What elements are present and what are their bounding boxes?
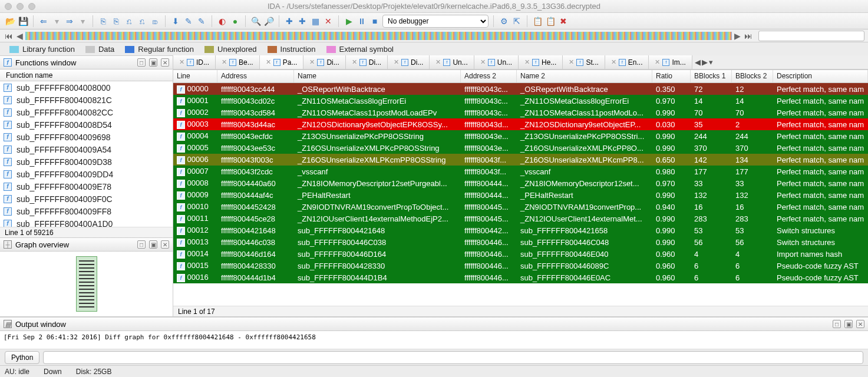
tab-close-icon[interactable]: ✕ [179,58,184,66]
grid-row[interactable]: f 00016ffffff800444d1b4sub_FFFFFF800444D… [173,272,868,283]
opt-icon-2[interactable]: ⇱ [511,16,522,27]
tab-close-icon[interactable]: ✕ [611,58,616,66]
graph-overview[interactable] [0,252,173,316]
tab-close-icon[interactable]: ✕ [569,58,574,66]
nav-last-icon[interactable]: ⏭ [743,31,754,41]
grid-row[interactable]: f 00001ffffff80043cd02c_ZN11OSMetaClass8… [173,95,868,107]
grid-row[interactable]: f 00014ffffff800446d164sub_FFFFFF800446D… [173,248,868,260]
segment-overview-icon[interactable] [25,32,732,40]
graph-dock-icon[interactable]: □ [137,240,146,249]
tab-4[interactable]: ✕fDi... [346,55,388,69]
function-list-item[interactable]: fsub_FFFFFF80040082CC [0,106,173,118]
output-command-input[interactable] [43,351,863,364]
function-list-item[interactable]: fsub_FFFFFF800400A1D0 [0,217,173,227]
grid-row[interactable]: f 00003ffffff80043d44ac_ZN12OSDictionary… [173,118,868,130]
tool-icon-5[interactable]: ⎄ [150,16,160,27]
grid-row[interactable]: f 00009ffffff800444af4c_PEHaltRestartfff… [173,189,868,201]
col-ratio[interactable]: Ratio [652,70,691,82]
tab-7[interactable]: ✕fUn... [474,55,519,69]
tab-scroll-right-icon[interactable]: ▶ [702,58,708,67]
col-line[interactable]: Line [173,70,217,82]
stop-sign-icon[interactable]: ◐ [217,16,227,27]
function-list-item[interactable]: fsub_FFFFFF8004009D38 [0,156,173,168]
grid-row[interactable]: f 00000ffffff80043cc444_OSReportWithBack… [173,83,868,95]
nav-forward-menu-icon[interactable]: ▾ [77,16,88,27]
col-bblocks-1[interactable]: BBlocks 1 [691,70,732,82]
col-name[interactable]: Name [294,70,461,82]
nav-first-icon[interactable]: ⏮ [4,31,14,41]
tool-icon-4[interactable]: ⎌ [137,16,147,27]
tab-close-icon[interactable]: ✕ [352,58,357,66]
function-list-item[interactable]: fsub_FFFFFF8004009F0C [0,193,173,205]
output-restore-icon[interactable]: ▣ [844,320,853,328]
tool-icon-2[interactable]: ⎘ [111,16,121,27]
nav-back-icon[interactable]: ⇐ [38,16,49,27]
function-list-item[interactable]: fsub_FFFFFF8004009A54 [0,143,173,156]
output-lang-button[interactable]: Python [5,351,39,364]
output-close-icon[interactable]: ✕ [856,320,864,328]
text-mark-icon[interactable]: ✎ [196,16,207,27]
nav-prev-icon[interactable]: ◀ [15,31,24,41]
pause-icon[interactable]: ⏸ [357,16,367,27]
opt-icon-5[interactable]: ✖ [558,16,569,27]
grid-row[interactable]: f 00013ffffff800446c038sub_FFFFFF800446C… [173,236,868,248]
tab-close-icon[interactable]: ✕ [266,58,271,66]
grid-row[interactable]: f 00012ffffff8004421648sub_FFFFFF8004421… [173,224,868,236]
tab-close-icon[interactable]: ✕ [480,58,486,66]
tab-8[interactable]: ✕fHe... [519,55,563,69]
tab-2[interactable]: ✕fPa... [260,55,304,69]
opt-icon-4[interactable]: 📋 [545,16,556,27]
grid-row[interactable]: f 00008ffffff8004440a60_ZN18IOMemoryDesc… [173,177,868,189]
tab-close-icon[interactable]: ✕ [309,58,315,66]
col-address[interactable]: Address [217,70,294,82]
grid-row[interactable]: f 00010ffffff8004452428_ZN9IODTNVRAM19co… [173,201,868,213]
tab-scroll-left-icon[interactable]: ◀ [695,58,701,67]
panel-dock-icon[interactable]: □ [137,58,146,67]
run-icon[interactable]: ▶ [344,16,354,27]
tab-10[interactable]: ✕fEn... [605,55,649,69]
nav-forward-icon[interactable]: ⇒ [64,16,75,27]
tab-0[interactable]: ✕fID... [173,55,216,69]
tab-9[interactable]: ✕fSt... [563,55,605,69]
col-bblocks-2[interactable]: BBlocks 2 [732,70,773,82]
delete-icon[interactable]: ✕ [323,16,334,27]
debugger-select[interactable]: No debugger [382,15,489,28]
tab-5[interactable]: ✕fDi... [388,55,430,69]
function-list-item[interactable]: fsub_FFFFFF8004009DD4 [0,168,173,180]
function-list-item[interactable]: fsub_FFFFFF8004009FF8 [0,205,173,217]
tab-close-icon[interactable]: ✕ [394,58,399,66]
nav-next-icon[interactable]: ▶ [733,31,742,41]
xref-to-icon[interactable]: ✚ [297,16,308,27]
text-note-icon[interactable]: ✎ [183,16,194,27]
tab-3[interactable]: ✕fDi... [303,55,345,69]
tool-icon-1[interactable]: ⎘ [98,16,108,27]
panel-restore-icon[interactable]: ▣ [149,58,157,67]
output-text[interactable]: [Fri Sep 2 06:41:32 2016] Diff graph for… [0,331,868,349]
nav-back-menu-icon[interactable]: ▾ [51,16,62,27]
save-icon[interactable]: 💾 [18,16,28,27]
chart-icon[interactable]: ▦ [310,16,321,27]
grid-row[interactable]: f 00005ffffff80043ee53c_Z16OSUnserialize… [173,142,868,154]
function-list-item[interactable]: fsub_FFFFFF8004009E78 [0,180,173,193]
panel-close-icon[interactable]: ✕ [161,58,169,67]
opt-icon-1[interactable]: ⚙ [499,16,509,27]
col-address-2[interactable]: Address 2 [461,70,517,82]
tab-close-icon[interactable]: ✕ [435,58,441,66]
grid-body[interactable]: f 00000ffffff80043cc444_OSReportWithBack… [173,83,868,306]
grid-row[interactable]: f 00006ffffff80043f003c_Z16OSUnserialize… [173,154,868,166]
function-list-item[interactable]: fsub_FFFFFF800400821C [0,94,173,106]
grid-row[interactable]: f 00004ffffff80043ecfdc_Z13OSUnserialize… [173,130,868,142]
open-file-icon[interactable]: 📂 [5,16,15,27]
grid-row[interactable]: f 00002ffffff80043cd584_ZN11OSMetaClass1… [173,107,868,118]
green-dot-icon[interactable]: ● [230,16,240,27]
search-text-icon[interactable]: 🔍 [250,16,261,27]
graph-restore-icon[interactable]: ▣ [149,240,157,249]
tab-6[interactable]: ✕fUn... [430,55,474,69]
grid-row[interactable]: f 00015ffffff8004428330sub_FFFFFF8004428… [173,260,868,272]
grid-row[interactable]: f 00007ffffff80043f2cdc_vsscanfffffff800… [173,166,868,177]
xref-icon[interactable]: ✚ [284,16,295,27]
arrow-down-icon[interactable]: ⬇ [170,16,181,27]
function-list-item[interactable]: fsub_FFFFFF8004009698 [0,131,173,143]
tab-close-icon[interactable]: ✕ [222,58,227,66]
grid-row[interactable]: f 00011ffffff800445ce28_ZN12IOUserClient… [173,213,868,224]
